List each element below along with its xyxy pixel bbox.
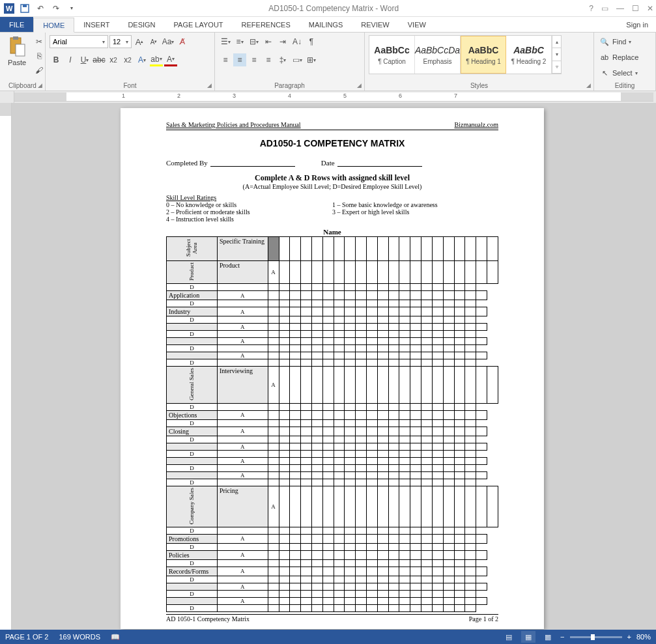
document-page[interactable]: Sales & Marketing Policies and Procedure…	[121, 108, 544, 629]
clipboard-launcher-icon[interactable]: ◢	[36, 81, 44, 89]
show-marks-icon[interactable]: ¶	[305, 35, 318, 48]
align-right-icon[interactable]: ≡	[248, 53, 261, 66]
tab-home[interactable]: HOME	[33, 18, 74, 33]
style-scroll-icon[interactable]: ▾	[552, 48, 561, 61]
matrix-cell	[367, 331, 378, 338]
align-center-icon[interactable]: ≡	[233, 53, 246, 66]
style-item[interactable]: AaBbCcDaEmphasis	[415, 36, 461, 74]
decrease-indent-icon[interactable]: ⇤	[262, 35, 275, 48]
document-workspace[interactable]: Sales & Marketing Policies and Procedure…	[0, 103, 656, 630]
select-button[interactable]: ↖Select▾	[598, 66, 651, 79]
matrix-cell	[399, 534, 410, 543]
undo-icon[interactable]: ↶	[34, 2, 47, 15]
tab-review[interactable]: REVIEW	[352, 17, 398, 32]
style-gallery[interactable]: AaBbCc¶ CaptionAaBbCcDaEmphasisAaBbC¶ He…	[369, 35, 562, 74]
subject-cell: Product	[167, 261, 218, 284]
style-scroll-icon[interactable]: ▴	[552, 36, 561, 48]
qat-customize-icon[interactable]: ▾	[65, 2, 78, 15]
matrix-cell	[432, 331, 443, 338]
superscript-icon[interactable]: x2	[121, 53, 134, 66]
font-name-select[interactable]: Arial▾	[50, 35, 108, 48]
matrix-cell	[454, 352, 465, 359]
zoom-in-icon[interactable]: +	[627, 633, 631, 641]
bullets-icon[interactable]: ☰▾	[219, 35, 232, 48]
style-item[interactable]: AaBbCc¶ Caption	[369, 36, 415, 74]
ruler-h-track[interactable]: 1234567	[14, 92, 653, 102]
style-item[interactable]: AaBbC¶ Heading 1	[461, 36, 506, 74]
matrix-cell	[399, 443, 410, 450]
shading-icon[interactable]: ▭▾	[291, 53, 304, 66]
align-left-icon[interactable]: ≡	[219, 53, 232, 66]
zoom-slider[interactable]	[570, 636, 622, 638]
matrix-cell	[301, 261, 312, 284]
minimize-icon[interactable]: —	[616, 4, 624, 13]
matrix-cell	[334, 550, 345, 559]
styles-launcher-icon[interactable]: ◢	[584, 81, 592, 89]
tab-insert[interactable]: INSERT	[74, 17, 119, 32]
view-read-icon[interactable]: ▤	[502, 631, 516, 643]
bold-icon[interactable]: B	[50, 53, 63, 66]
font-launcher-icon[interactable]: ◢	[205, 81, 213, 89]
numbering-icon[interactable]: ≡▾	[233, 35, 246, 48]
tab-references[interactable]: REFERENCES	[233, 17, 300, 32]
increase-indent-icon[interactable]: ⇥	[276, 35, 289, 48]
find-button[interactable]: 🔍Find▾	[598, 35, 651, 48]
italic-icon[interactable]: I	[64, 53, 77, 66]
matrix-cell	[322, 359, 334, 367]
tab-file[interactable]: FILE	[0, 17, 33, 32]
matrix-cell	[399, 597, 410, 604]
tab-view[interactable]: VIEW	[399, 17, 435, 32]
sort-icon[interactable]: A↓	[291, 35, 304, 48]
shrink-font-icon[interactable]: A▾	[147, 35, 160, 48]
highlight-icon[interactable]: ab▾	[150, 53, 163, 66]
underline-icon[interactable]: U▾	[78, 53, 91, 66]
style-scroll-icon[interactable]: ▿	[552, 61, 561, 74]
maximize-icon[interactable]: ☐	[632, 4, 639, 13]
replace-button[interactable]: abReplace	[598, 51, 651, 64]
save-icon[interactable]	[18, 2, 31, 15]
tab-design[interactable]: DESIGN	[119, 17, 164, 32]
redo-icon[interactable]: ↷	[50, 2, 63, 15]
clear-formatting-icon[interactable]: A̸	[176, 35, 189, 48]
help-icon[interactable]: ?	[589, 4, 593, 13]
font-color-icon[interactable]: A▾	[164, 53, 177, 66]
zoom-thumb[interactable]	[591, 634, 595, 640]
format-painter-icon[interactable]: 🖌	[33, 64, 46, 77]
justify-icon[interactable]: ≡	[262, 53, 275, 66]
matrix-cell	[279, 576, 290, 583]
matrix-cell	[279, 352, 290, 359]
matrix-cell	[476, 338, 487, 345]
sign-in-link[interactable]: Sign in	[618, 17, 656, 32]
zoom-level[interactable]: 80%	[636, 633, 651, 641]
zoom-out-icon[interactable]: −	[560, 633, 564, 641]
status-proofing-icon[interactable]: 📖	[111, 633, 120, 641]
view-web-icon[interactable]: ▩	[541, 631, 555, 643]
tab-mailings[interactable]: MAILINGS	[300, 17, 352, 32]
subscript-icon[interactable]: x2	[107, 53, 120, 66]
ruler-horizontal[interactable]: 1234567	[0, 91, 656, 103]
ruler-vertical[interactable]	[0, 103, 12, 630]
matrix-cell	[388, 324, 399, 331]
paste-button[interactable]: Paste	[4, 35, 30, 68]
matrix-cell	[443, 604, 454, 611]
style-item[interactable]: AaBbC¶ Heading 2	[506, 36, 552, 74]
matrix-cell	[301, 352, 312, 359]
change-case-icon[interactable]: Aa▾	[162, 35, 175, 48]
cut-icon[interactable]: ✂	[33, 35, 46, 48]
status-words[interactable]: 169 WORDS	[59, 633, 100, 641]
line-spacing-icon[interactable]: ‡▾	[276, 53, 289, 66]
multilevel-list-icon[interactable]: ⊟▾	[248, 35, 261, 48]
tab-page-layout[interactable]: PAGE LAYOUT	[165, 17, 233, 32]
close-icon[interactable]: ✕	[647, 4, 653, 13]
view-print-icon[interactable]: ▦	[521, 631, 535, 643]
text-effects-icon[interactable]: A▾	[135, 53, 149, 66]
paragraph-launcher-icon[interactable]: ◢	[355, 81, 363, 89]
borders-icon[interactable]: ⊞▾	[305, 53, 318, 66]
copy-icon[interactable]: ⎘	[33, 49, 46, 63]
strikethrough-icon[interactable]: abc	[93, 53, 106, 66]
ribbon-collapse-icon[interactable]: ▭	[601, 4, 608, 13]
font-size-select[interactable]: 12▾	[109, 35, 132, 48]
matrix-cell	[334, 237, 345, 261]
status-page[interactable]: PAGE 1 OF 2	[5, 633, 48, 641]
grow-font-icon[interactable]: A▴	[133, 35, 146, 48]
